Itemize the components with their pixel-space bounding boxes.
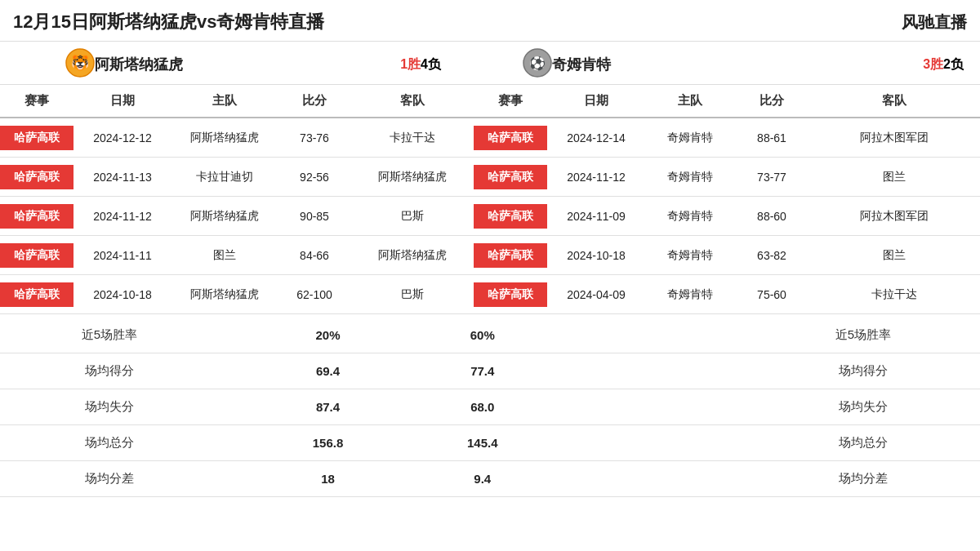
- left-col-2: 主队: [172, 85, 278, 117]
- stat-left-label-0: 近5场胜率: [0, 319, 219, 351]
- left-league-cell: 哈萨高联: [0, 282, 74, 307]
- right-away-cell: 图兰: [808, 242, 980, 269]
- right-league-cell: 哈萨高联: [474, 243, 547, 268]
- left-away-cell: 卡拉干达: [351, 124, 474, 152]
- left-home-cell: 阿斯塔纳猛虎: [172, 124, 278, 152]
- stat-left-value-0: 20%: [219, 320, 438, 350]
- stat-mid-value-3: 145.4: [437, 428, 528, 458]
- stats-row: 场均失分 87.4 68.0 场均失分: [0, 389, 980, 425]
- left-score-cell: 84-66: [278, 242, 351, 269]
- stat-right-label-2: 场均失分: [746, 391, 980, 423]
- right-league-cell: 哈萨高联: [474, 204, 547, 229]
- stat-left-label-3: 场均总分: [0, 427, 219, 459]
- right-team-name: 奇姆肯特: [552, 55, 611, 74]
- right-match-section: 哈萨高联 2024-11-12 奇姆肯特 73-77 图兰: [474, 163, 980, 191]
- svg-text:⚽: ⚽: [529, 56, 546, 71]
- right-match-section: 哈萨高联 2024-04-09 奇姆肯特 75-60 卡拉干达: [474, 281, 980, 309]
- page-title: 12月15日阿斯塔纳猛虎vs奇姆肯特直播: [13, 10, 324, 34]
- stat-right-label-4: 场均分差: [746, 463, 980, 495]
- left-score-cell: 62-100: [278, 282, 351, 308]
- stats-row: 场均总分 156.8 145.4 场均总分: [0, 425, 980, 461]
- stat-right-value-2: [528, 399, 746, 415]
- left-match-section: 哈萨高联 2024-11-13 卡拉甘迪切 92-56 阿斯塔纳猛虎: [0, 163, 474, 191]
- left-home-cell: 阿斯塔纳猛虎: [172, 202, 278, 230]
- stat-mid-value-0: 60%: [437, 320, 528, 350]
- table-row: 哈萨高联 2024-11-13 卡拉甘迪切 92-56 阿斯塔纳猛虎 哈萨高联 …: [0, 158, 980, 197]
- right-col-1: 日期: [547, 85, 645, 117]
- left-col-1: 日期: [74, 85, 172, 117]
- right-away-cell: 图兰: [808, 163, 980, 191]
- right-col-3: 比分: [735, 85, 808, 117]
- stats-section: 近5场胜率 20% 60% 近5场胜率 场均得分 69.4 77.4 场均得分 …: [0, 318, 980, 497]
- stats-row: 场均得分 69.4 77.4 场均得分: [0, 353, 980, 389]
- left-col-3: 比分: [278, 85, 351, 117]
- right-score-cell: 63-82: [735, 242, 808, 269]
- stat-left-value-4: 18: [219, 464, 438, 494]
- table-row: 哈萨高联 2024-12-12 阿斯塔纳猛虎 73-76 卡拉干达 哈萨高联 2…: [0, 118, 980, 158]
- left-league-cell: 哈萨高联: [0, 165, 74, 189]
- left-date-cell: 2024-12-12: [74, 125, 172, 151]
- left-team-wins: 1胜: [400, 57, 421, 71]
- right-score-cell: 88-60: [735, 203, 808, 229]
- left-match-section: 哈萨高联 2024-12-12 阿斯塔纳猛虎 73-76 卡拉干达: [0, 124, 474, 152]
- stats-row: 场均分差 18 9.4 场均分差: [0, 461, 980, 497]
- left-score-cell: 73-76: [278, 125, 351, 151]
- left-team-losses: 4负: [421, 57, 441, 71]
- left-home-cell: 阿斯塔纳猛虎: [172, 281, 278, 309]
- left-team-record: 1胜4负: [400, 56, 474, 73]
- svg-text:🐯: 🐯: [71, 54, 90, 72]
- right-home-cell: 奇姆肯特: [645, 281, 735, 309]
- right-match-section: 哈萨高联 2024-10-18 奇姆肯特 63-82 图兰: [474, 242, 980, 269]
- table-row: 哈萨高联 2024-11-11 图兰 84-66 阿斯塔纳猛虎 哈萨高联 202…: [0, 236, 980, 275]
- right-date-cell: 2024-11-09: [547, 203, 645, 229]
- left-away-cell: 巴斯: [351, 281, 474, 309]
- brand-name: 风驰直播: [902, 11, 967, 33]
- right-league-cell: 哈萨高联: [474, 126, 547, 150]
- left-date-cell: 2024-11-13: [74, 164, 172, 190]
- left-match-section: 哈萨高联 2024-11-11 图兰 84-66 阿斯塔纳猛虎: [0, 242, 474, 269]
- stat-mid-value-2: 68.0: [437, 392, 528, 422]
- stat-left-value-3: 156.8: [219, 428, 438, 458]
- stat-right-value-1: [528, 363, 746, 380]
- right-team-icon: ⚽: [523, 48, 552, 81]
- right-match-section: 哈萨高联 2024-12-14 奇姆肯特 88-61 阿拉木图军团: [474, 124, 980, 152]
- left-league-cell: 哈萨高联: [0, 243, 74, 268]
- left-home-cell: 图兰: [172, 242, 278, 269]
- table-row: 哈萨高联 2024-11-12 阿斯塔纳猛虎 90-85 巴斯 哈萨高联 202…: [0, 197, 980, 236]
- right-league-cell: 哈萨高联: [474, 282, 547, 307]
- right-team-losses: 2负: [943, 57, 964, 71]
- left-match-section: 哈萨高联 2024-10-18 阿斯塔纳猛虎 62-100 巴斯: [0, 281, 474, 309]
- stat-right-label-0: 近5场胜率: [746, 319, 980, 351]
- right-away-cell: 卡拉干达: [808, 281, 980, 309]
- left-away-cell: 阿斯塔纳猛虎: [351, 163, 474, 191]
- right-date-cell: 2024-12-14: [547, 125, 645, 151]
- left-col-4: 客队: [351, 85, 474, 117]
- stat-left-value-2: 87.4: [219, 392, 438, 422]
- right-league-cell: 哈萨高联: [474, 165, 547, 189]
- left-away-cell: 阿斯塔纳猛虎: [351, 242, 474, 269]
- right-date-cell: 2024-11-12: [547, 164, 645, 190]
- left-date-cell: 2024-11-12: [74, 203, 172, 229]
- right-col-0: 赛事: [474, 85, 547, 117]
- left-home-cell: 卡拉甘迪切: [172, 163, 278, 191]
- right-match-section: 哈萨高联 2024-11-09 奇姆肯特 88-60 阿拉木图军团: [474, 202, 980, 230]
- stat-left-value-1: 69.4: [219, 356, 438, 386]
- right-away-cell: 阿拉木图军团: [808, 202, 980, 230]
- left-date-cell: 2024-10-18: [74, 282, 172, 308]
- stat-left-label-1: 场均得分: [0, 355, 219, 387]
- right-team-wins: 3胜: [923, 57, 943, 71]
- column-headers: 赛事 日期 主队 比分 客队 赛事 日期 主队 比分 客队: [0, 85, 980, 118]
- stats-row: 近5场胜率 20% 60% 近5场胜率: [0, 318, 980, 353]
- page-header: 12月15日阿斯塔纳猛虎vs奇姆肯特直播 风驰直播: [0, 0, 980, 42]
- left-score-cell: 92-56: [278, 164, 351, 190]
- right-score-cell: 75-60: [735, 282, 808, 308]
- teams-row: 🐯 阿斯塔纳猛虎 1胜4负 ⚽ 奇姆肯特 3胜2负: [0, 42, 980, 85]
- right-home-cell: 奇姆肯特: [645, 163, 735, 191]
- right-home-cell: 奇姆肯特: [645, 202, 735, 230]
- right-col-headers: 赛事 日期 主队 比分 客队: [474, 85, 980, 117]
- right-score-cell: 73-77: [735, 164, 808, 190]
- stat-right-value-4: [528, 471, 746, 487]
- stat-mid-value-4: 9.4: [437, 464, 528, 494]
- stat-left-label-2: 场均失分: [0, 391, 219, 423]
- left-team: 🐯 阿斯塔纳猛虎 1胜4负: [0, 48, 474, 81]
